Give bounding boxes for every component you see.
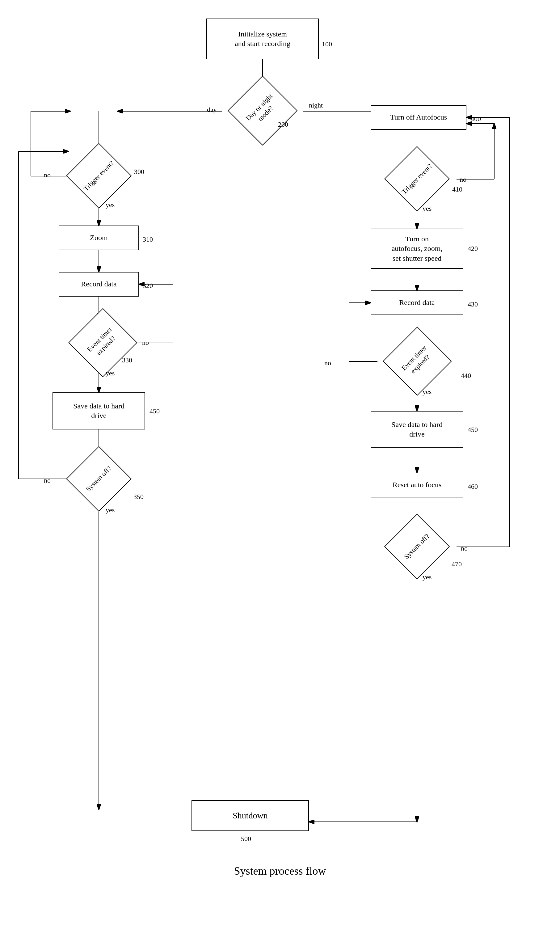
shutdown-node: Shutdown [191, 800, 309, 831]
flowchart-diagram: Initialize system and start recording 10… [0, 0, 560, 896]
event-timer-day-no: no [142, 339, 149, 346]
day-label: day [207, 105, 217, 114]
ref-310: 310 [143, 235, 153, 244]
ref-320: 320 [143, 282, 153, 290]
start-node: Initialize system and start recording [206, 18, 319, 59]
ref-430: 430 [468, 300, 478, 308]
save-night-node: Save data to hard drive [371, 411, 463, 448]
ref-330: 330 [122, 356, 132, 364]
ref-460: 460 [468, 482, 478, 491]
zoom-node: Zoom [59, 226, 139, 250]
start-label: Initialize system and start recording [235, 29, 291, 48]
ref-410: 410 [452, 185, 462, 193]
ref-440: 440 [461, 372, 471, 380]
trigger-day-no: no [44, 171, 51, 179]
ref-400: 400 [471, 115, 481, 123]
diagram-title: System process flow [0, 865, 560, 877]
ref-save-night: 450 [468, 426, 478, 434]
system-off-day-no: no [44, 476, 51, 484]
record-night-node: Record data [371, 291, 463, 315]
record-day-node: Record data [59, 272, 139, 297]
trigger-day-yes: yes [105, 201, 114, 209]
reset-af-label: Reset auto focus [393, 480, 442, 490]
event-timer-night-wrapper: Event timerexpired? [378, 337, 457, 386]
event-timer-day-yes: yes [105, 369, 114, 377]
zoom-label: Zoom [90, 233, 107, 243]
trigger-day-wrapper: Trigger event? [67, 151, 130, 200]
record-day-label: Record data [81, 279, 116, 289]
turn-off-af-label: Turn off Autofocus [390, 113, 447, 122]
save-day-label: Save data to hard drive [73, 401, 125, 420]
shutdown-label: Shutdown [233, 810, 268, 821]
system-off-night-no: no [461, 544, 468, 552]
reset-af-node: Reset auto focus [371, 473, 463, 497]
save-night-label: Save data to hard drive [391, 420, 443, 439]
night-label: night [309, 101, 323, 109]
turn-on-af-node: Turn on autofocus, zoom, set shutter spe… [371, 229, 463, 269]
ref-save-day: 450 [149, 407, 160, 415]
ref-420: 420 [468, 245, 478, 253]
turn-off-af-node: Turn off Autofocus [371, 105, 467, 130]
day-night-wrapper: Day or nightmode? [222, 86, 303, 135]
trigger-night-no: no [460, 175, 467, 184]
ref-200: 200 [278, 121, 288, 128]
ref-350: 350 [134, 493, 144, 501]
record-night-label: Record data [399, 298, 435, 307]
ref-300: 300 [134, 168, 144, 176]
ref-470: 470 [452, 560, 462, 568]
system-off-day-yes: yes [105, 506, 114, 514]
trigger-night-yes: yes [423, 205, 432, 212]
system-off-day-wrapper: System off? [68, 454, 130, 503]
turn-on-af-label: Turn on autofocus, zoom, set shutter spe… [391, 234, 443, 263]
event-timer-night-no: no [324, 359, 331, 367]
event-timer-night-yes: yes [423, 388, 432, 396]
save-day-node: Save data to hard drive [53, 392, 145, 429]
ref-100: 100 [322, 40, 332, 48]
ref-500: 500 [241, 835, 251, 843]
system-off-night-yes: yes [423, 573, 432, 581]
system-off-night-wrapper: System off? [386, 522, 448, 571]
trigger-night-wrapper: Trigger event? [385, 154, 449, 203]
